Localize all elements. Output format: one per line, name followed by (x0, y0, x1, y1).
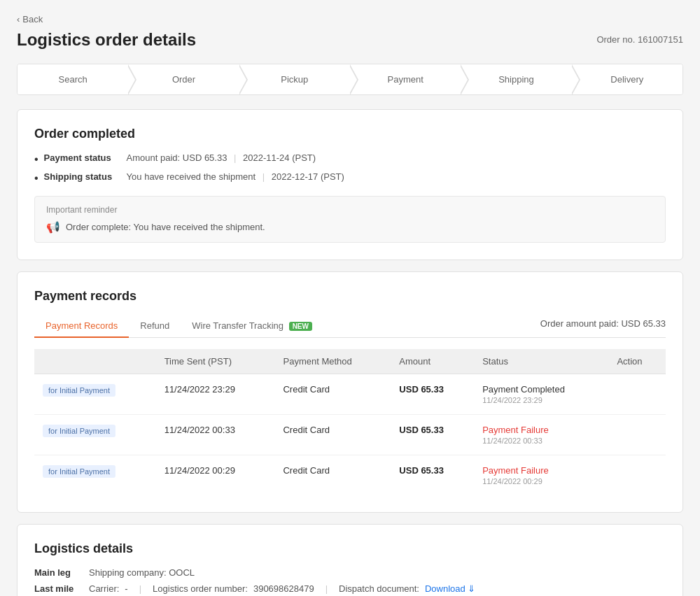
tabs: Payment Records Refund Wire Transfer Tra… (34, 315, 666, 338)
row-action (608, 415, 666, 455)
order-completed-card: Order completed Payment status Amount pa… (17, 109, 683, 260)
carrier-value: - (125, 583, 127, 594)
logistics-details-card: Logistics details Main leg Shipping comp… (17, 524, 683, 596)
shipping-status-label: Shipping status (44, 171, 121, 182)
table-header-row: Time Sent (PST) Payment Method Amount St… (34, 349, 666, 374)
row-method: Credit Card (274, 455, 391, 496)
row-method: Credit Card (274, 415, 391, 455)
th-status: Status (474, 349, 608, 374)
row-tag: for Initial Payment (34, 374, 156, 415)
payment-status-label: Payment status (44, 152, 121, 163)
back-link[interactable]: ‹ Back (17, 14, 683, 24)
payment-table: Time Sent (PST) Payment Method Amount St… (34, 349, 666, 495)
order-number: Order no. 161007151 (596, 34, 683, 45)
row-method: Credit Card (274, 374, 391, 415)
dispatch-label: Dispatch document: (339, 583, 419, 594)
main-leg-value: Shipping company: OOCL (89, 567, 195, 578)
back-label: Back (22, 14, 43, 24)
shipping-status-item: Shipping status You have received the sh… (34, 171, 666, 185)
row-amount: USD 65.33 (391, 374, 474, 415)
row-action (608, 374, 666, 415)
row-amount: USD 65.33 (391, 415, 474, 455)
th-method: Payment Method (274, 349, 391, 374)
tab-refund[interactable]: Refund (129, 315, 181, 338)
row-tag: for Initial Payment (34, 455, 156, 496)
table-row: for Initial Payment 11/24/2022 00:33 Cre… (34, 415, 666, 455)
step-shipping[interactable]: Shipping (461, 64, 571, 94)
progress-steps: Search Order Pickup Payment Shipping Del… (17, 64, 683, 95)
last-mile-row: Last mile Carrier: - | Logistics order n… (34, 583, 666, 594)
status-list: Payment status Amount paid: USD 65.33 | … (34, 152, 666, 185)
row-status: Payment Failure 11/24/2022 00:33 (474, 415, 608, 455)
page-container: ‹ Back Logistics order details Order no.… (0, 0, 700, 596)
th-amount: Amount (391, 349, 474, 374)
download-link[interactable]: Download ⇓ (425, 583, 475, 594)
tag-badge: for Initial Payment (43, 384, 115, 397)
row-action (608, 455, 666, 496)
row-status: Payment Completed 11/24/2022 23:29 (474, 374, 608, 415)
row-status: Payment Failure 11/24/2022 00:29 (474, 455, 608, 496)
main-leg-label: Main leg (34, 567, 83, 578)
step-payment[interactable]: Payment (350, 64, 461, 94)
payment-status-value: Amount paid: USD 65.33 | 2022-11-24 (PST… (127, 152, 316, 163)
tab-wire-transfer[interactable]: Wire Transfer Tracking NEW (181, 315, 323, 338)
step-order[interactable]: Order (128, 64, 239, 94)
th-action: Action (608, 349, 666, 374)
shipping-status-value: You have received the shipment | 2022-12… (127, 171, 344, 182)
reminder-content: 📢 Order complete: You have received the … (46, 220, 654, 234)
table-row: for Initial Payment 11/24/2022 23:29 Cre… (34, 374, 666, 415)
order-number-value: 390698628479 (253, 583, 314, 594)
row-amount: USD 65.33 (391, 455, 474, 496)
page-header: Logistics order details Order no. 161007… (17, 30, 683, 50)
payment-records-title: Payment records (34, 289, 666, 304)
carrier-label: Carrier: (89, 583, 119, 594)
order-number-label: Logistics order number: (153, 583, 248, 594)
table-row: for Initial Payment 11/24/2022 00:29 Cre… (34, 455, 666, 496)
reminder-icon: 📢 (46, 220, 60, 234)
step-delivery[interactable]: Delivery (572, 64, 682, 94)
step-search[interactable]: Search (18, 64, 128, 94)
new-badge: NEW (289, 322, 312, 331)
row-time: 11/24/2022 00:29 (156, 455, 275, 496)
reminder-title: Important reminder (46, 205, 654, 215)
logistics-details-title: Logistics details (34, 541, 666, 556)
download-icon: ⇓ (468, 583, 475, 594)
order-completed-title: Order completed (34, 127, 666, 141)
row-time: 11/24/2022 00:33 (156, 415, 275, 455)
main-leg-row: Main leg Shipping company: OOCL (34, 567, 666, 578)
order-amount-paid: Order amount paid: USD 65.33 (540, 318, 666, 334)
tag-badge: for Initial Payment (43, 425, 115, 437)
payment-records-card: Payment records Payment Records Refund W… (17, 271, 683, 513)
tag-badge: for Initial Payment (43, 465, 115, 478)
reminder-text: Order complete: You have received the sh… (66, 222, 265, 232)
row-tag: for Initial Payment (34, 415, 156, 455)
tab-payment-records[interactable]: Payment Records (34, 315, 129, 338)
reminder-box: Important reminder 📢 Order complete: You… (34, 196, 666, 243)
back-arrow-icon: ‹ (17, 14, 20, 24)
download-label: Download (425, 583, 465, 594)
row-time: 11/24/2022 23:29 (156, 374, 275, 415)
th-time: Time Sent (PST) (156, 349, 275, 374)
th-tag (34, 349, 156, 374)
payment-status-item: Payment status Amount paid: USD 65.33 | … (34, 152, 666, 166)
step-pickup[interactable]: Pickup (239, 64, 350, 94)
page-title: Logistics order details (17, 30, 196, 50)
last-mile-label: Last mile (34, 583, 83, 594)
